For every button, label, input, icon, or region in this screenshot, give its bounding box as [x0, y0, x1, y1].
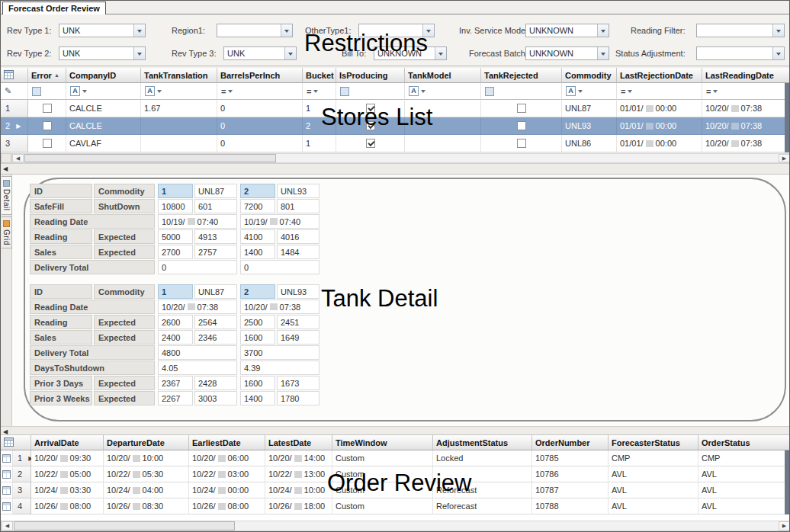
order-cell-arrivaldate[interactable]: 10/22/05:00: [31, 466, 104, 482]
order-cell-latestdate[interactable]: 10/26/18:00: [265, 498, 332, 514]
scroll-left-arrow-icon[interactable]: ◀: [2, 521, 13, 530]
stores-column-header-lastrejectiondate[interactable]: LastRejectionDate: [617, 68, 702, 83]
stores-filter-isproducing[interactable]: [336, 83, 405, 100]
order-column-header-orderstatus[interactable]: OrderStatus: [698, 435, 790, 450]
side-tab-detail[interactable]: Detail: [2, 176, 12, 215]
order-horizontal-scrollbar[interactable]: ◀ ▶: [1, 521, 790, 531]
cell-checkbox[interactable]: [43, 139, 52, 148]
combo-forecast-batch[interactable]: UNKNOWN: [525, 46, 609, 60]
order-cell-arrivaldate[interactable]: 10/20/09:30: [31, 450, 104, 466]
combo-reading-filter[interactable]: [696, 24, 785, 37]
detail-order-splitter[interactable]: ◀: [1, 426, 789, 435]
stores-cell-lastrejectiondate[interactable]: 01/01/00:00: [617, 117, 702, 135]
stores-cell-tanktranslation[interactable]: [141, 117, 217, 135]
stores-column-header-isproducing[interactable]: IsProducing: [336, 68, 405, 83]
stores-filter-lastrejectiondate[interactable]: =: [617, 83, 702, 100]
stores-cell-tankrejected[interactable]: [481, 135, 562, 152]
stores-column-header-barrelsperinch[interactable]: BarrelsPerInch: [217, 68, 303, 83]
stores-grid-corner-button[interactable]: [1, 68, 28, 83]
dropdown-arrow-icon[interactable]: [435, 47, 446, 59]
order-cell-departuredate[interactable]: 10/26/08:30: [104, 498, 189, 514]
scroll-right-arrow-icon[interactable]: ▶: [779, 154, 790, 162]
stores-cell-lastrejectiondate[interactable]: 01/01/00:00: [617, 135, 702, 152]
cell-checkbox[interactable]: [43, 121, 52, 130]
frozen-pane-stub[interactable]: [1, 153, 11, 163]
combo-rev-type-1[interactable]: UNK: [59, 24, 146, 37]
cell-checkbox[interactable]: [366, 139, 375, 148]
order-row-header-4[interactable]: 4: [13, 498, 31, 514]
stores-detail-splitter[interactable]: ◀: [1, 163, 789, 175]
stores-cell-error[interactable]: [28, 135, 66, 152]
stores-cell-companyid[interactable]: CALCLE: [66, 100, 141, 117]
order-row-expand-button[interactable]: [1, 466, 13, 482]
stores-filter-companyid[interactable]: A: [66, 83, 141, 100]
order-cell-arrivaldate[interactable]: 10/24/03:30: [31, 482, 104, 498]
scroll-left-arrow-icon[interactable]: ◀: [12, 154, 24, 162]
cell-checkbox[interactable]: [517, 104, 526, 113]
combo-rev-type-3[interactable]: UNK: [223, 46, 297, 60]
stores-filter-commodity[interactable]: A: [562, 83, 617, 100]
order-cell-latestdate[interactable]: 10/22/13:00: [265, 466, 332, 482]
order-cell-ordernumber[interactable]: 10786: [532, 466, 609, 482]
cell-checkbox[interactable]: [517, 121, 526, 130]
order-column-header-timewindow[interactable]: TimeWindow: [332, 435, 433, 450]
cell-checkbox[interactable]: [43, 104, 52, 113]
scroll-thumb[interactable]: [24, 154, 276, 162]
order-row-header-3[interactable]: 3: [13, 482, 31, 498]
order-cell-ordernumber[interactable]: 10788: [532, 498, 609, 514]
stores-column-header-tankmodel[interactable]: TankModel: [405, 68, 481, 83]
stores-column-header-bucket[interactable]: Bucket: [303, 68, 336, 83]
order-column-header-earliestdate[interactable]: EarliestDate: [189, 435, 265, 450]
dropdown-arrow-icon[interactable]: [772, 24, 784, 37]
order-cell-orderstatus[interactable]: CMP: [698, 450, 790, 466]
order-cell-arrivaldate[interactable]: 10/26/08:00: [31, 498, 104, 514]
tab-forecast-order-review[interactable]: Forecast Order Review: [2, 2, 106, 14]
order-cell-earliestdate[interactable]: 10/26/08:00: [189, 498, 265, 514]
order-cell-earliestdate[interactable]: 10/22/03:00: [189, 466, 265, 482]
order-cell-orderstatus[interactable]: AVL: [698, 482, 790, 498]
order-cell-adjustmentstatus[interactable]: Reforecast: [433, 498, 532, 514]
order-column-header-latestdate[interactable]: LatestDate: [265, 435, 332, 450]
stores-cell-lastreadingdate[interactable]: 10/20/07:38: [702, 100, 790, 117]
order-row-header-2[interactable]: 2: [13, 466, 31, 482]
stores-cell-commodity[interactable]: UNL86: [562, 135, 617, 152]
stores-cell-companyid[interactable]: CAVLAF: [66, 135, 141, 152]
stores-filter-lastreadingdate[interactable]: =: [702, 83, 790, 100]
dropdown-arrow-icon[interactable]: [597, 47, 609, 59]
stores-column-header-companyid[interactable]: CompanyID: [66, 68, 141, 83]
stores-cell-bucket[interactable]: 1: [303, 135, 336, 152]
order-cell-orderstatus[interactable]: AVL: [698, 466, 790, 482]
scroll-thumb[interactable]: [785, 450, 790, 514]
stores-cell-lastreadingdate[interactable]: 10/20/07:38: [702, 117, 790, 135]
stores-cell-companyid[interactable]: CALCLE: [66, 117, 141, 135]
stores-cell-lastreadingdate[interactable]: 10/20/07:38: [702, 135, 790, 152]
order-cell-forecasterstatus[interactable]: AVL: [609, 482, 698, 498]
stores-filter-tanktranslation[interactable]: A: [141, 83, 217, 100]
stores-horizontal-scrollbar[interactable]: ◀ ▶: [11, 153, 790, 163]
dropdown-arrow-icon[interactable]: [133, 24, 145, 37]
order-cell-forecasterstatus[interactable]: AVL: [609, 466, 698, 482]
order-cell-ordernumber[interactable]: 10785: [532, 450, 609, 466]
stores-cell-isproducing[interactable]: [336, 135, 405, 152]
stores-cell-error[interactable]: [28, 100, 66, 117]
order-cell-departuredate[interactable]: 10/24/04:00: [104, 482, 189, 498]
order-vertical-scrollbar[interactable]: [785, 450, 790, 514]
side-tab-grid[interactable]: Grid: [2, 216, 12, 249]
stores-row-header-2[interactable]: 2▶: [1, 117, 28, 135]
combo-region1[interactable]: [217, 24, 293, 37]
stores-cell-commodity[interactable]: UNL93: [562, 117, 617, 135]
combo-status-adjustment[interactable]: [696, 46, 785, 60]
order-column-header-arrivaldate[interactable]: ArrivalDate: [31, 435, 104, 450]
stores-cell-lastrejectiondate[interactable]: 01/01/00:00: [617, 100, 702, 117]
collapse-arrow-icon[interactable]: ◀: [3, 428, 8, 435]
dropdown-arrow-icon[interactable]: [772, 47, 784, 59]
dropdown-arrow-icon[interactable]: [281, 24, 292, 37]
stores-row-header-1[interactable]: 1: [1, 100, 28, 117]
stores-cell-barrelsperinch[interactable]: 0: [217, 135, 303, 152]
order-column-header-forecasterstatus[interactable]: ForecasterStatus: [609, 435, 698, 450]
collapse-arrow-icon[interactable]: ◀: [3, 165, 8, 172]
stores-cell-barrelsperinch[interactable]: 0: [217, 117, 303, 135]
stores-row-header-3[interactable]: 3: [1, 135, 28, 152]
stores-cell-error[interactable]: [28, 117, 66, 135]
stores-cell-tanktranslation[interactable]: [141, 135, 217, 152]
